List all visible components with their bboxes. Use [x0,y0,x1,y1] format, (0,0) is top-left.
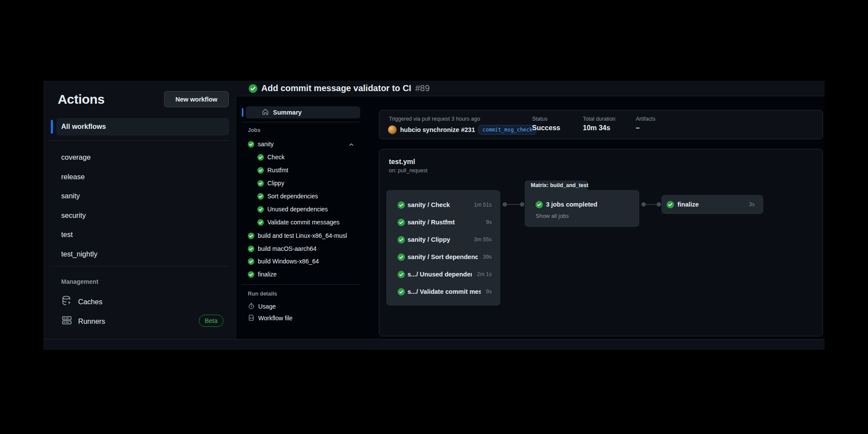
show-all-jobs-link[interactable]: Show all jobs [536,213,569,219]
job-label: sanity [258,141,274,148]
check-circle-icon [398,288,405,296]
duration-value: 10m 34s [583,124,610,132]
job-duration: 9s [483,219,492,225]
nav-job-validate-commit-messages[interactable]: Validate commit messages [257,218,339,227]
trigger-commit-row[interactable]: hubcio synchronize #231 commit_msg_check [388,125,536,135]
graph-group-matrix: 3 jobs completed Show all jobs [525,190,639,227]
stopwatch-icon [248,302,255,311]
graph-job-row[interactable]: sanity / Check 1m 51s [386,196,500,214]
job-duration: 3s [749,201,755,207]
graph-job-row[interactable]: s.../ Unused dependenci... 2m 1s [386,266,500,283]
run-details-heading: Run details [248,291,277,297]
workflow-file-name: test.yml [389,158,415,166]
nav-item-summary[interactable]: Summary [246,106,360,118]
check-circle-icon [257,219,264,226]
check-circle-icon [257,206,264,213]
check-circle-icon [398,201,405,209]
duration-label: Total duration [583,116,615,122]
job-duration: 39s [480,254,492,260]
job-duration: 9s [483,289,492,295]
triggered-text: Triggered via pull request 3 hours ago [389,116,480,122]
branch-badge[interactable]: commit_msg_check [478,125,536,135]
job-duration: 1m 51s [471,202,492,208]
management-heading: Management [61,278,99,285]
nav-job-unused-dependencies[interactable]: Unused dependencies [257,205,328,214]
job-label: Clippy [267,180,284,187]
workflow-trigger: on: pull_request [389,168,427,174]
artifacts-label: Artifacts [636,116,655,122]
graph-job-row[interactable]: s.../ Validate commit mess... 9s [386,283,500,300]
check-circle-icon [257,193,264,200]
workflow-list: coverage release sanity security test te… [61,148,97,263]
check-circle-icon [248,258,254,265]
nav-item-workflow-file[interactable]: Workflow file [248,314,293,322]
job-label: build Windows-x86_64 [258,258,319,265]
sidebar-item-coverage[interactable]: coverage [61,148,97,167]
sidebar-item-test-nightly[interactable]: test_nightly [61,244,97,264]
check-circle-icon [398,236,405,243]
avatar[interactable] [388,125,397,134]
runners-server-icon [61,315,72,328]
graph-job-finalize[interactable]: finalize 3s [661,195,763,214]
check-circle-icon [536,201,543,208]
sidebar-item-runners[interactable]: Runners [61,315,105,327]
run-pane: Add commit message validator to CI #89 S… [237,81,825,350]
nav-divider [241,122,360,122]
nav-job-build-windows[interactable]: build Windows-x86_64 [248,257,319,266]
job-label: sanity / Clippy [408,236,450,243]
job-label: s.../ Unused dependenci... [408,271,472,278]
workflows-sidebar: Actions New workflow All workflows cover… [43,81,237,350]
job-label: Check [267,154,285,161]
sidebar-item-security[interactable]: security [61,206,97,225]
graph-connector-dot [503,202,507,207]
matrix-jobs-row[interactable]: 3 jobs completed [536,200,597,209]
caches-label: Caches [78,298,102,306]
job-label: Rustfmt [267,167,288,174]
sidebar-item-sanity[interactable]: sanity [61,186,97,206]
sidebar-divider-2 [49,266,229,266]
check-circle-icon [667,201,674,208]
job-duration: 3m 55s [471,237,492,243]
selected-indicator-bar [51,120,53,134]
summary-label: Summary [273,109,302,116]
job-label: Unused dependencies [267,206,328,213]
nav-job-build-macos[interactable]: build macOS-aarch64 [248,244,316,253]
sidebar-item-all-workflows[interactable]: All workflows [56,118,229,135]
graph-job-row[interactable]: sanity / Sort dependencies 39s [386,248,500,266]
new-workflow-button[interactable]: New workflow [164,91,229,107]
job-label: build macOS-aarch64 [258,245,316,252]
actions-page: Actions New workflow All workflows cover… [43,81,825,350]
commit-line[interactable]: hubcio synchronize #231 [400,126,475,133]
beta-badge: Beta [199,315,224,327]
job-label: s.../ Validate commit mess... [408,288,481,295]
graph-job-row[interactable]: sanity / Rustfmt 9s [386,214,500,231]
graph-job-row[interactable]: sanity / Clippy 3m 55s [386,231,500,248]
matrix-summary: 3 jobs completed [546,201,597,208]
status-label: Status [532,116,547,122]
job-label: finalize [677,201,699,208]
matrix-tab: Matrix: build_and_test [525,181,588,190]
check-circle-icon [248,271,254,278]
sidebar-item-test[interactable]: test [61,225,97,244]
artifacts-value: – [636,124,640,132]
nav-job-sort-dependencies[interactable]: Sort dependencies [257,192,318,201]
nav-job-check[interactable]: Check [257,153,285,161]
status-value: Success [532,124,560,132]
run-title: Add commit message validator to CI [261,83,411,93]
chevron-up-icon[interactable] [349,141,354,147]
check-circle-icon [257,167,264,174]
sidebar-divider [49,140,229,141]
sidebar-item-caches[interactable]: Caches [61,296,102,308]
graph-connector-line [646,204,657,205]
nav-item-usage[interactable]: Usage [248,302,276,311]
nav-job-finalize[interactable]: finalize [248,270,277,279]
job-duration: 2m 1s [474,271,492,277]
nav-job-sanity[interactable]: sanity [248,140,274,148]
job-label: Validate commit messages [267,219,339,226]
sidebar-item-release[interactable]: release [61,167,97,187]
nav-job-clippy[interactable]: Clippy [257,179,284,187]
nav-job-build-linux[interactable]: build and test Linux-x86_64-musl [248,231,347,240]
nav-job-rustfmt[interactable]: Rustfmt [257,166,288,174]
summary-selected-bar [242,108,243,117]
run-title-strip: Add commit message validator to CI #89 [237,81,825,96]
